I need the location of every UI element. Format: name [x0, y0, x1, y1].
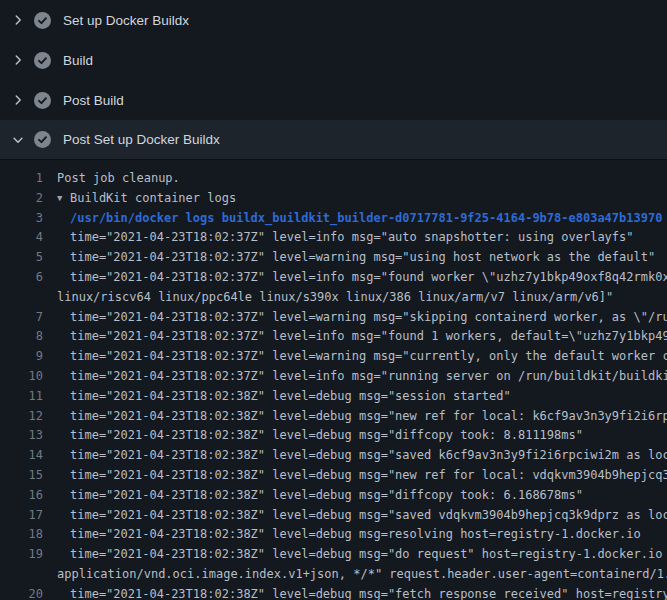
log-text: time="2021-04-23T18:02:38Z" level=debug …	[70, 389, 511, 403]
log-line: 13 time="2021-04-23T18:02:38Z" level=deb…	[0, 426, 667, 446]
step-list: Set up Docker Buildx Build Post Buil	[0, 0, 667, 160]
log-line: 1 Post job cleanup.	[0, 169, 667, 189]
step-title: Post Build	[63, 93, 124, 108]
chevron-right-icon	[10, 12, 26, 28]
log-line-text: time="2021-04-23T18:02:37Z" level=warnin…	[43, 248, 667, 268]
log-line-wrap: application/vnd.oci.image.index.v1+json,…	[0, 565, 667, 585]
log-line-command: 3 /usr/bin/docker logs buildx_buildkit_b…	[0, 209, 667, 229]
line-number	[0, 565, 43, 585]
log-line-text: time="2021-04-23T18:02:38Z" level=debug …	[43, 387, 667, 407]
log-text: time="2021-04-23T18:02:38Z" level=debug …	[70, 488, 583, 502]
log-line-text: /usr/bin/docker logs buildx_buildkit_bui…	[43, 209, 667, 229]
log-line-text: time="2021-04-23T18:02:37Z" level=info m…	[43, 367, 667, 387]
log-line-wrap: linux/riscv64 linux/ppc64le linux/s390x …	[0, 288, 667, 308]
log-line-text: time="2021-04-23T18:02:38Z" level=debug …	[43, 525, 667, 545]
log-text: time="2021-04-23T18:02:37Z" level=info m…	[70, 329, 667, 343]
check-circle-icon	[34, 12, 51, 29]
log-text: time="2021-04-23T18:02:38Z" level=debug …	[70, 508, 667, 522]
line-number[interactable]: 6	[0, 268, 43, 288]
log-text: time="2021-04-23T18:02:38Z" level=debug …	[70, 409, 667, 423]
log-panel: 1 Post job cleanup. 2 ▼BuildKit containe…	[0, 160, 667, 600]
log-group-toggle[interactable]: 2 ▼BuildKit container logs	[0, 189, 667, 209]
log-line-text: time="2021-04-23T18:02:37Z" level=info m…	[43, 228, 667, 248]
log-line: 16 time="2021-04-23T18:02:38Z" level=deb…	[0, 486, 667, 506]
line-number[interactable]: 8	[0, 327, 43, 347]
log-text: time="2021-04-23T18:02:38Z" level=debug …	[70, 527, 641, 541]
log-line-text: time="2021-04-23T18:02:38Z" level=debug …	[43, 506, 667, 526]
line-number[interactable]: 5	[0, 248, 43, 268]
line-number[interactable]: 7	[0, 308, 43, 328]
step-row-post-set-up-docker-buildx[interactable]: Post Set up Docker Buildx	[0, 120, 667, 160]
step-title: Post Set up Docker Buildx	[63, 132, 220, 147]
log-line: 11 time="2021-04-23T18:02:38Z" level=deb…	[0, 387, 667, 407]
log-line: 12 time="2021-04-23T18:02:38Z" level=deb…	[0, 407, 667, 427]
log-line-text: time="2021-04-23T18:02:37Z" level=info m…	[43, 327, 667, 347]
line-number[interactable]: 2	[0, 189, 43, 209]
log-line-text: time="2021-04-23T18:02:38Z" level=debug …	[43, 426, 667, 446]
log-line: 8 time="2021-04-23T18:02:37Z" level=info…	[0, 327, 667, 347]
line-number[interactable]: 19	[0, 545, 43, 565]
log-line: 9 time="2021-04-23T18:02:37Z" level=warn…	[0, 347, 667, 367]
line-number[interactable]: 11	[0, 387, 43, 407]
actions-log-viewer: Set up Docker Buildx Build Post Buil	[0, 0, 667, 600]
line-number	[0, 288, 43, 308]
log-line-text: time="2021-04-23T18:02:37Z" level=warnin…	[43, 347, 667, 367]
log-line: 18 time="2021-04-23T18:02:38Z" level=deb…	[0, 525, 667, 545]
line-number[interactable]: 17	[0, 506, 43, 526]
log-text: time="2021-04-23T18:02:37Z" level=info m…	[70, 270, 667, 284]
log-line-text: time="2021-04-23T18:02:38Z" level=debug …	[43, 585, 667, 600]
log-line-text: application/vnd.oci.image.index.v1+json,…	[43, 565, 667, 585]
log-text: time="2021-04-23T18:02:38Z" level=debug …	[70, 468, 667, 482]
log-text: time="2021-04-23T18:02:37Z" level=warnin…	[70, 310, 667, 324]
step-title: Set up Docker Buildx	[63, 13, 189, 28]
log-line: 19 time="2021-04-23T18:02:38Z" level=deb…	[0, 545, 667, 565]
line-number[interactable]: 12	[0, 407, 43, 427]
log-line-text: time="2021-04-23T18:02:38Z" level=debug …	[43, 446, 667, 466]
line-number[interactable]: 9	[0, 347, 43, 367]
step-row-set-up-docker-buildx[interactable]: Set up Docker Buildx	[0, 0, 667, 40]
log-text: time="2021-04-23T18:02:38Z" level=debug …	[70, 587, 667, 600]
line-number[interactable]: 18	[0, 525, 43, 545]
log-line: 10 time="2021-04-23T18:02:37Z" level=inf…	[0, 367, 667, 387]
line-number[interactable]: 4	[0, 228, 43, 248]
log-line: 4 time="2021-04-23T18:02:37Z" level=info…	[0, 228, 667, 248]
line-number[interactable]: 3	[0, 209, 43, 229]
step-title: Build	[63, 53, 93, 68]
log-line: 5 time="2021-04-23T18:02:37Z" level=warn…	[0, 248, 667, 268]
line-number[interactable]: 20	[0, 585, 43, 600]
chevron-right-icon	[10, 52, 26, 68]
log-line-text: time="2021-04-23T18:02:37Z" level=info m…	[43, 268, 667, 288]
line-number[interactable]: 13	[0, 426, 43, 446]
log-text: time="2021-04-23T18:02:37Z" level=info m…	[70, 230, 634, 244]
log-line-text: Post job cleanup.	[43, 169, 667, 189]
log-line: 17 time="2021-04-23T18:02:38Z" level=deb…	[0, 506, 667, 526]
log-line-text: linux/riscv64 linux/ppc64le linux/s390x …	[43, 288, 667, 308]
log-line-text: time="2021-04-23T18:02:38Z" level=debug …	[43, 466, 667, 486]
line-number[interactable]: 16	[0, 486, 43, 506]
line-number[interactable]: 10	[0, 367, 43, 387]
log-text: time="2021-04-23T18:02:37Z" level=warnin…	[70, 250, 655, 264]
log-line-text: time="2021-04-23T18:02:37Z" level=warnin…	[43, 308, 667, 328]
chevron-right-icon	[10, 92, 26, 108]
log-line: 15 time="2021-04-23T18:02:38Z" level=deb…	[0, 466, 667, 486]
log-text: linux/riscv64 linux/ppc64le linux/s390x …	[57, 290, 613, 304]
check-circle-icon	[34, 131, 51, 148]
log-line: 14 time="2021-04-23T18:02:38Z" level=deb…	[0, 446, 667, 466]
group-collapse-icon[interactable]: ▼	[57, 189, 70, 209]
check-circle-icon	[34, 52, 51, 69]
log-text: time="2021-04-23T18:02:37Z" level=warnin…	[70, 349, 667, 363]
log-text: Post job cleanup.	[57, 171, 180, 185]
check-circle-icon	[34, 92, 51, 109]
log-line-text: time="2021-04-23T18:02:38Z" level=debug …	[43, 545, 667, 565]
step-row-build[interactable]: Build	[0, 40, 667, 80]
log-text: BuildKit container logs	[70, 191, 236, 205]
step-row-post-build[interactable]: Post Build	[0, 80, 667, 120]
log-text: time="2021-04-23T18:02:38Z" level=debug …	[70, 428, 583, 442]
log-text: /usr/bin/docker logs buildx_buildkit_bui…	[70, 211, 662, 225]
line-number[interactable]: 1	[0, 169, 43, 189]
line-number[interactable]: 14	[0, 446, 43, 466]
log-text: time="2021-04-23T18:02:38Z" level=debug …	[70, 547, 667, 561]
line-number[interactable]: 15	[0, 466, 43, 486]
log-line: 7 time="2021-04-23T18:02:37Z" level=warn…	[0, 308, 667, 328]
log-text: time="2021-04-23T18:02:37Z" level=info m…	[70, 369, 667, 383]
